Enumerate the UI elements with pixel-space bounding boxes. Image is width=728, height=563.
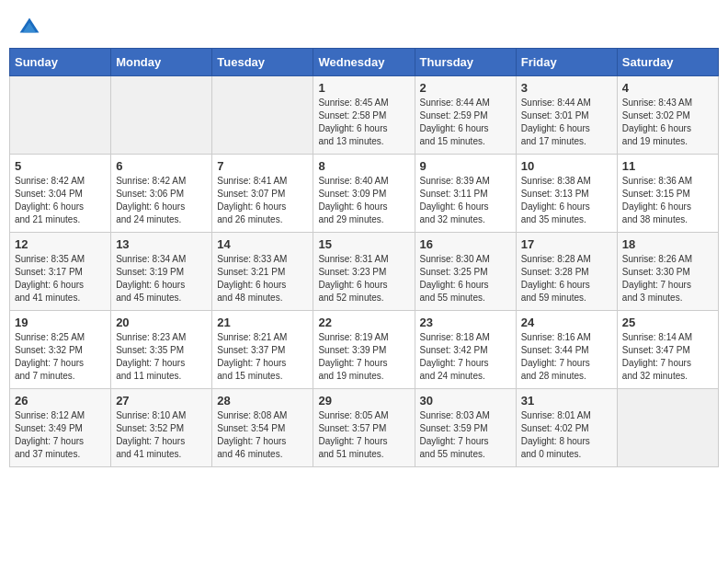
calendar-cell: 17Sunrise: 8:28 AM Sunset: 3:28 PM Dayli… (516, 233, 617, 311)
day-number: 28 (217, 394, 308, 408)
day-info: Sunrise: 8:16 AM Sunset: 3:44 PM Dayligh… (521, 331, 612, 383)
calendar-table: SundayMondayTuesdayWednesdayThursdayFrid… (9, 48, 719, 467)
calendar-cell: 21Sunrise: 8:21 AM Sunset: 3:37 PM Dayli… (212, 311, 313, 389)
day-info: Sunrise: 8:23 AM Sunset: 3:35 PM Dayligh… (116, 331, 207, 383)
calendar-cell: 29Sunrise: 8:05 AM Sunset: 3:57 PM Dayli… (313, 389, 415, 467)
page-container: SundayMondayTuesdayWednesdayThursdayFrid… (0, 0, 728, 477)
day-info: Sunrise: 8:41 AM Sunset: 3:07 PM Dayligh… (217, 175, 308, 226)
day-info: Sunrise: 8:40 AM Sunset: 3:09 PM Dayligh… (318, 175, 409, 226)
day-number: 14 (217, 237, 308, 251)
calendar-cell: 16Sunrise: 8:30 AM Sunset: 3:25 PM Dayli… (415, 233, 516, 311)
day-number: 30 (420, 394, 511, 408)
day-info: Sunrise: 8:43 AM Sunset: 3:02 PM Dayligh… (622, 97, 713, 148)
day-number: 29 (318, 394, 409, 408)
day-info: Sunrise: 8:19 AM Sunset: 3:39 PM Dayligh… (318, 331, 409, 383)
day-number: 12 (15, 237, 106, 251)
day-number: 13 (116, 237, 207, 251)
calendar-cell: 12Sunrise: 8:35 AM Sunset: 3:17 PM Dayli… (10, 233, 111, 311)
calendar-cell: 4Sunrise: 8:43 AM Sunset: 3:02 PM Daylig… (617, 76, 718, 155)
calendar-cell (617, 389, 718, 467)
calendar-cell: 15Sunrise: 8:31 AM Sunset: 3:23 PM Dayli… (313, 233, 415, 311)
calendar-cell: 25Sunrise: 8:14 AM Sunset: 3:47 PM Dayli… (617, 311, 718, 389)
day-number: 4 (622, 81, 713, 95)
weekday-header-thursday: Thursday (415, 49, 516, 76)
day-number: 2 (420, 81, 511, 95)
day-info: Sunrise: 8:44 AM Sunset: 2:59 PM Dayligh… (420, 97, 511, 148)
day-number: 5 (15, 159, 106, 173)
day-number: 10 (521, 159, 612, 173)
day-number: 6 (116, 159, 207, 173)
calendar-cell: 22Sunrise: 8:19 AM Sunset: 3:39 PM Dayli… (313, 311, 415, 389)
calendar-cell: 18Sunrise: 8:26 AM Sunset: 3:30 PM Dayli… (617, 233, 718, 311)
day-info: Sunrise: 8:38 AM Sunset: 3:13 PM Dayligh… (521, 175, 612, 226)
calendar-cell (111, 76, 212, 155)
calendar-cell: 2Sunrise: 8:44 AM Sunset: 2:59 PM Daylig… (415, 76, 516, 155)
day-info: Sunrise: 8:33 AM Sunset: 3:21 PM Dayligh… (217, 253, 308, 304)
weekday-header-tuesday: Tuesday (212, 49, 313, 76)
day-number: 9 (420, 159, 511, 173)
logo-icon (18, 17, 40, 39)
day-info: Sunrise: 8:31 AM Sunset: 3:23 PM Dayligh… (318, 253, 409, 304)
calendar-cell: 10Sunrise: 8:38 AM Sunset: 3:13 PM Dayli… (516, 155, 617, 233)
day-info: Sunrise: 8:26 AM Sunset: 3:30 PM Dayligh… (622, 253, 713, 304)
day-number: 11 (622, 159, 713, 173)
calendar-cell (212, 76, 313, 155)
day-info: Sunrise: 8:36 AM Sunset: 3:15 PM Dayligh… (622, 175, 713, 226)
week-row-4: 26Sunrise: 8:12 AM Sunset: 3:49 PM Dayli… (10, 389, 719, 467)
calendar-cell: 8Sunrise: 8:40 AM Sunset: 3:09 PM Daylig… (313, 155, 415, 233)
calendar-cell: 11Sunrise: 8:36 AM Sunset: 3:15 PM Dayli… (617, 155, 718, 233)
day-info: Sunrise: 8:12 AM Sunset: 3:49 PM Dayligh… (15, 409, 106, 461)
day-info: Sunrise: 8:44 AM Sunset: 3:01 PM Dayligh… (521, 97, 612, 148)
day-number: 16 (420, 237, 511, 251)
day-info: Sunrise: 8:30 AM Sunset: 3:25 PM Dayligh… (420, 253, 511, 304)
calendar-cell: 13Sunrise: 8:34 AM Sunset: 3:19 PM Dayli… (111, 233, 212, 311)
day-number: 1 (318, 81, 409, 95)
day-number: 27 (116, 394, 207, 408)
day-number: 20 (116, 316, 207, 329)
day-number: 26 (15, 394, 106, 408)
day-info: Sunrise: 8:34 AM Sunset: 3:19 PM Dayligh… (116, 253, 207, 304)
day-info: Sunrise: 8:21 AM Sunset: 3:37 PM Dayligh… (217, 331, 308, 383)
day-number: 7 (217, 159, 308, 173)
day-info: Sunrise: 8:42 AM Sunset: 3:04 PM Dayligh… (15, 175, 106, 226)
day-info: Sunrise: 8:03 AM Sunset: 3:59 PM Dayligh… (420, 409, 511, 461)
weekday-header-friday: Friday (516, 49, 617, 76)
day-number: 17 (521, 237, 612, 251)
calendar-cell: 9Sunrise: 8:39 AM Sunset: 3:11 PM Daylig… (415, 155, 516, 233)
week-row-3: 19Sunrise: 8:25 AM Sunset: 3:32 PM Dayli… (10, 311, 719, 389)
day-info: Sunrise: 8:05 AM Sunset: 3:57 PM Dayligh… (318, 409, 409, 461)
calendar-cell: 24Sunrise: 8:16 AM Sunset: 3:44 PM Dayli… (516, 311, 617, 389)
calendar-cell: 7Sunrise: 8:41 AM Sunset: 3:07 PM Daylig… (212, 155, 313, 233)
day-info: Sunrise: 8:10 AM Sunset: 3:52 PM Dayligh… (116, 409, 207, 461)
weekday-header-sunday: Sunday (10, 49, 111, 76)
day-number: 18 (622, 237, 713, 251)
calendar-wrapper: SundayMondayTuesdayWednesdayThursdayFrid… (0, 48, 728, 477)
week-row-0: 1Sunrise: 8:45 AM Sunset: 2:58 PM Daylig… (10, 76, 719, 155)
week-row-1: 5Sunrise: 8:42 AM Sunset: 3:04 PM Daylig… (10, 155, 719, 233)
day-number: 24 (521, 316, 612, 329)
weekday-header-saturday: Saturday (617, 49, 718, 76)
logo (18, 17, 44, 39)
calendar-cell: 31Sunrise: 8:01 AM Sunset: 4:02 PM Dayli… (516, 389, 617, 467)
day-info: Sunrise: 8:35 AM Sunset: 3:17 PM Dayligh… (15, 253, 106, 304)
day-info: Sunrise: 8:01 AM Sunset: 4:02 PM Dayligh… (521, 409, 612, 461)
day-info: Sunrise: 8:45 AM Sunset: 2:58 PM Dayligh… (318, 97, 409, 148)
calendar-header: SundayMondayTuesdayWednesdayThursdayFrid… (10, 49, 719, 76)
header (0, 0, 728, 48)
calendar-cell (10, 76, 111, 155)
day-info: Sunrise: 8:39 AM Sunset: 3:11 PM Dayligh… (420, 175, 511, 226)
calendar-cell: 26Sunrise: 8:12 AM Sunset: 3:49 PM Dayli… (10, 389, 111, 467)
day-info: Sunrise: 8:08 AM Sunset: 3:54 PM Dayligh… (217, 409, 308, 461)
day-number: 22 (318, 316, 409, 329)
calendar-cell: 6Sunrise: 8:42 AM Sunset: 3:06 PM Daylig… (111, 155, 212, 233)
day-info: Sunrise: 8:25 AM Sunset: 3:32 PM Dayligh… (15, 331, 106, 383)
day-number: 15 (318, 237, 409, 251)
calendar-cell: 14Sunrise: 8:33 AM Sunset: 3:21 PM Dayli… (212, 233, 313, 311)
calendar-cell: 23Sunrise: 8:18 AM Sunset: 3:42 PM Dayli… (415, 311, 516, 389)
day-number: 25 (622, 316, 713, 329)
day-info: Sunrise: 8:42 AM Sunset: 3:06 PM Dayligh… (116, 175, 207, 226)
calendar-cell: 20Sunrise: 8:23 AM Sunset: 3:35 PM Dayli… (111, 311, 212, 389)
day-number: 21 (217, 316, 308, 329)
calendar-cell: 5Sunrise: 8:42 AM Sunset: 3:04 PM Daylig… (10, 155, 111, 233)
day-number: 8 (318, 159, 409, 173)
